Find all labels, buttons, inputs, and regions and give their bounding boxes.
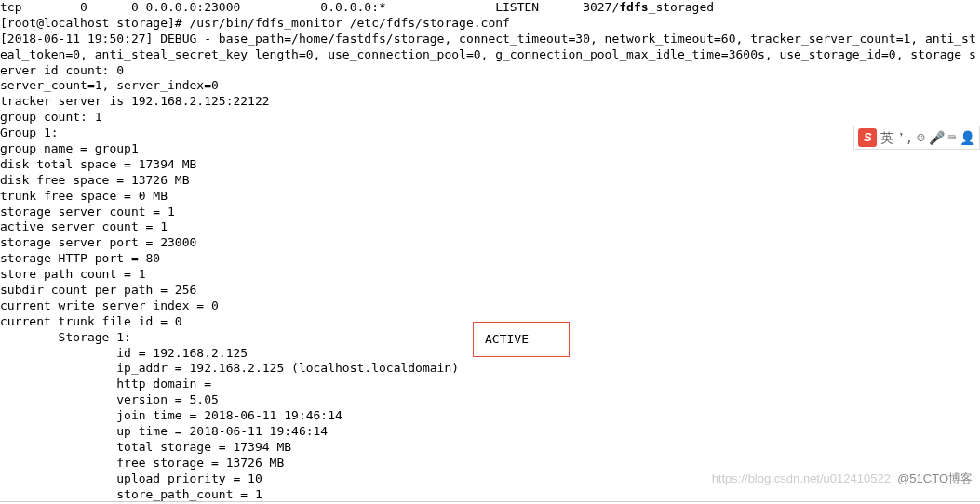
terminal-line: tcp 0 0 0.0.0.0:23000 0.0.0.0:* LISTEN 3…: [0, 0, 980, 16]
ime-language-toggle[interactable]: 英: [880, 129, 893, 146]
terminal-line: [root@localhost storage]# /usr/bin/fdfs_…: [0, 16, 980, 32]
ime-user-icon[interactable]: 👤: [960, 129, 975, 146]
terminal-output: tcp 0 0 0.0.0.0:23000 0.0.0.0:* LISTEN 3…: [0, 0, 980, 504]
watermark-url: https://blog.csdn.net/u012410522 @51CTO博…: [712, 471, 973, 487]
terminal-line: tracker server is 192.168.2.125:22122: [0, 94, 980, 110]
ime-logo-icon[interactable]: S: [858, 128, 877, 147]
terminal-line: Group 1:: [0, 126, 980, 141]
terminal-line: storage HTTP port = 80: [0, 251, 980, 267]
divider-line: [0, 501, 980, 502]
terminal-line: ip_addr = 192.168.2.125 (localhost.local…: [0, 361, 980, 377]
terminal-line: active server count = 1: [0, 219, 980, 235]
ime-toolbar[interactable]: S 英 ❜, ☺ 🎤 ⌨ 👤: [853, 126, 980, 150]
terminal-line: storage server port = 23000: [0, 235, 980, 251]
terminal-line: total storage = 17394 MB: [0, 440, 980, 456]
terminal-line: store path count = 1: [0, 267, 980, 283]
terminal-line: group name = group1: [0, 141, 980, 157]
status-active-label: ACTIVE: [485, 332, 529, 348]
ime-punctuation-icon[interactable]: ❜,: [897, 129, 913, 146]
terminal-line: store_path_count = 1: [0, 487, 980, 503]
terminal-line: free storage = 13726 MB: [0, 456, 980, 471]
ime-mic-icon[interactable]: 🎤: [929, 129, 945, 146]
terminal-line: erver id count: 0: [0, 63, 980, 79]
terminal-line: http domain =: [0, 377, 980, 392]
terminal-line: group count: 1: [0, 110, 980, 126]
status-highlight-box: ACTIVE: [473, 322, 570, 357]
terminal-line: disk total space = 17394 MB: [0, 157, 980, 173]
terminal-line: server_count=1, server_index=0: [0, 78, 980, 94]
terminal-line: [2018-06-11 19:50:27] DEBUG - base_path=…: [0, 32, 980, 47]
terminal-line: current write server index = 0: [0, 298, 980, 314]
terminal-line: storage server count = 1: [0, 205, 980, 220]
terminal-line: version = 5.05: [0, 392, 980, 408]
terminal-line: join time = 2018-06-11 19:46:14: [0, 408, 980, 424]
terminal-line: up time = 2018-06-11 19:46:14: [0, 424, 980, 440]
ime-keyboard-icon[interactable]: ⌨: [948, 129, 956, 146]
terminal-line: subdir count per path = 256: [0, 283, 980, 298]
terminal-line: disk free space = 13726 MB: [0, 173, 980, 189]
terminal-line: trunk free space = 0 MB: [0, 189, 980, 205]
terminal-line: eal_token=0, anti_steal_secret_key lengt…: [0, 47, 980, 63]
ime-emoji-icon[interactable]: ☺: [917, 129, 924, 146]
